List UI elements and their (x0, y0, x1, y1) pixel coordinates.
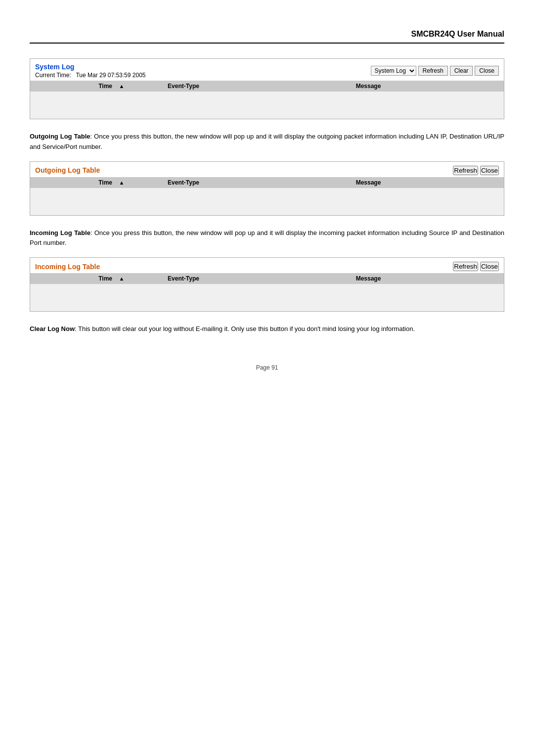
clear-log-description-text: : This button will clear out your log wi… (75, 325, 415, 332)
outgoing-refresh-button[interactable]: Refresh (453, 166, 478, 175)
system-log-header-row: System Log Current Time: Tue Mar 29 07:5… (30, 59, 504, 81)
system-log-controls: System Log Refresh Clear Close (371, 66, 499, 76)
system-log-col-event: Event-Type (129, 83, 238, 90)
outgoing-col-message: Message (238, 179, 499, 186)
system-log-clear-button[interactable]: Clear (450, 66, 473, 76)
incoming-col-event: Event-Type (129, 275, 238, 282)
system-log-title: System Log (35, 63, 145, 71)
system-log-title-area: System Log Current Time: Tue Mar 29 07:5… (35, 63, 145, 79)
page-footer: Page 91 (30, 364, 504, 371)
current-time-row: Current Time: Tue Mar 29 07:53:59 2005 (35, 72, 145, 79)
outgoing-log-header-row: Outgoing Log Table Refresh Close (30, 162, 504, 177)
system-log-dropdown[interactable]: System Log (371, 66, 416, 76)
incoming-bold-term: Incoming Log Table (30, 229, 90, 236)
incoming-log-title: Incoming Log Table (35, 263, 100, 271)
incoming-col-time: Time (35, 275, 114, 282)
incoming-refresh-button[interactable]: Refresh (453, 262, 478, 271)
incoming-log-header-row: Incoming Log Table Refresh Close (30, 258, 504, 273)
system-log-table-header: Time ▲ Event-Type Message (30, 81, 504, 92)
incoming-log-table-body (30, 284, 504, 311)
system-log-col-message: Message (238, 83, 499, 90)
incoming-log-controls: Refresh Close (453, 262, 499, 271)
system-log-col-time: Time (35, 83, 114, 90)
clear-log-description: Clear Log Now: This button will clear ou… (30, 324, 504, 334)
incoming-close-button[interactable]: Close (480, 262, 499, 271)
clear-log-bold-term: Clear Log Now (30, 325, 75, 332)
outgoing-description: Outgoing Log Table: Once you press this … (30, 132, 504, 152)
outgoing-description-text: : Once you press this button, the new wi… (30, 133, 504, 150)
incoming-log-panel: Incoming Log Table Refresh Close Time ▲ … (30, 257, 504, 312)
incoming-description: Incoming Log Table: Once you press this … (30, 228, 504, 249)
system-log-close-button[interactable]: Close (475, 66, 499, 76)
system-log-panel: System Log Current Time: Tue Mar 29 07:5… (30, 58, 504, 119)
outgoing-log-controls: Refresh Close (453, 166, 499, 175)
outgoing-col-time: Time (35, 179, 114, 186)
page-header: SMCBR24Q User Manual (30, 30, 504, 44)
outgoing-col-sort: ▲ (114, 180, 129, 186)
outgoing-bold-term: Outgoing Log Table (30, 133, 90, 140)
incoming-col-message: Message (238, 275, 499, 282)
current-time-label: Current Time: (35, 72, 71, 79)
page-title: SMCBR24Q User Manual (411, 30, 505, 38)
system-log-table-body (30, 92, 504, 119)
outgoing-log-table-header: Time ▲ Event-Type Message (30, 177, 504, 188)
page-number: Page 91 (256, 364, 278, 371)
incoming-description-text: : Once you press this button, the new wi… (30, 229, 504, 247)
outgoing-log-table-body (30, 188, 504, 215)
outgoing-close-button[interactable]: Close (480, 166, 499, 175)
current-time-value: Tue Mar 29 07:53:59 2005 (76, 72, 145, 79)
incoming-log-table-header: Time ▲ Event-Type Message (30, 273, 504, 284)
outgoing-log-panel: Outgoing Log Table Refresh Close Time ▲ … (30, 161, 504, 216)
system-log-refresh-button[interactable]: Refresh (418, 66, 448, 76)
outgoing-log-title: Outgoing Log Table (35, 166, 100, 174)
system-log-col-sort: ▲ (114, 83, 129, 89)
incoming-col-sort: ▲ (114, 276, 129, 282)
outgoing-col-event: Event-Type (129, 179, 238, 186)
